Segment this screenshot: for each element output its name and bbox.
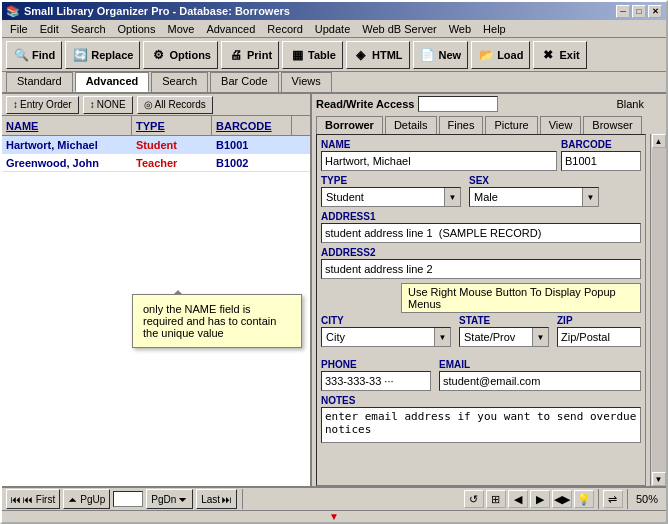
menu-record[interactable]: Record: [261, 22, 308, 36]
scroll-up-arrow[interactable]: ▲: [652, 134, 666, 148]
phone-input[interactable]: [321, 371, 431, 391]
menu-file[interactable]: File: [4, 22, 34, 36]
city-select[interactable]: City ▼: [321, 327, 451, 347]
address2-label: ADDRESS2: [321, 247, 641, 258]
pgdn-button[interactable]: PgDn ⏷: [146, 489, 193, 509]
find-button[interactable]: 🔍 Find: [6, 41, 62, 69]
table-button[interactable]: ▦ Table: [282, 41, 343, 69]
menu-edit[interactable]: Edit: [34, 22, 65, 36]
filter-button[interactable]: ↕ NONE: [83, 96, 133, 114]
maximize-btn[interactable]: □: [632, 5, 646, 18]
exit-button[interactable]: ✖ Exit: [533, 41, 586, 69]
callout-box: only the NAME field is required and has …: [132, 294, 302, 348]
replace-button[interactable]: 🔄 Replace: [65, 41, 140, 69]
tab-standard[interactable]: Standard: [6, 72, 73, 92]
records-button[interactable]: ◎ All Records: [137, 96, 213, 114]
type-label: TYPE: [321, 175, 461, 186]
menu-options[interactable]: Options: [112, 22, 162, 36]
scroll-down-arrow[interactable]: ▼: [652, 472, 666, 486]
load-button[interactable]: 📂 Load: [471, 41, 530, 69]
tab-fines[interactable]: Fines: [439, 116, 484, 134]
toolbar: 🔍 Find 🔄 Replace ⚙ Options 🖨 Print ▦ Tab…: [2, 38, 666, 72]
sex-select[interactable]: Male ▼: [469, 187, 599, 207]
row-barcode: B1002: [212, 157, 292, 169]
tab-details[interactable]: Details: [385, 116, 437, 134]
notes-label: NOTES: [321, 395, 641, 406]
new-button[interactable]: 📄 New: [413, 41, 469, 69]
list-item[interactable]: Greenwood, John Teacher B1002: [2, 154, 310, 172]
row-barcode: B1001: [212, 139, 292, 151]
html-icon: ◈: [353, 47, 369, 63]
menu-search[interactable]: Search: [65, 22, 112, 36]
tab-picture[interactable]: Picture: [485, 116, 537, 134]
menu-help[interactable]: Help: [477, 22, 512, 36]
tab-barcode[interactable]: Bar Code: [210, 72, 278, 92]
rw-access-input[interactable]: [418, 96, 498, 112]
notes-input[interactable]: enter email address if you want to send …: [321, 407, 641, 443]
html-button[interactable]: ◈ HTML: [346, 41, 410, 69]
status-icon-6[interactable]: 💡: [574, 490, 594, 508]
tab-search[interactable]: Search: [151, 72, 208, 92]
type-dropdown-arrow[interactable]: ▼: [444, 188, 460, 206]
tab-views[interactable]: Views: [281, 72, 332, 92]
options-button[interactable]: ⚙ Options: [143, 41, 218, 69]
col-header-barcode[interactable]: BARCODE: [212, 116, 292, 135]
first-button[interactable]: ⏮ ⏮ First: [6, 489, 60, 509]
address1-input[interactable]: [321, 223, 641, 243]
status-icon-5[interactable]: ◀▶: [552, 490, 572, 508]
sort-button[interactable]: ↕ Entry Order: [6, 96, 79, 114]
address2-input[interactable]: [321, 259, 641, 279]
city-label: CITY: [321, 315, 451, 326]
city-dropdown-arrow[interactable]: ▼: [434, 328, 450, 346]
minimize-btn[interactable]: ─: [616, 5, 630, 18]
menu-advanced[interactable]: Advanced: [200, 22, 261, 36]
load-icon: 📂: [478, 47, 494, 63]
type-select[interactable]: Student ▼: [321, 187, 461, 207]
pgup-icon: ⏶: [68, 494, 78, 505]
status-icon-2[interactable]: ⊞: [486, 490, 506, 508]
status-icon-7[interactable]: ⇌: [603, 490, 623, 508]
state-select[interactable]: State/Prov ▼: [459, 327, 549, 347]
new-icon: 📄: [420, 47, 436, 63]
pgup-button[interactable]: ⏶ PgUp: [63, 489, 110, 509]
zip-input[interactable]: [557, 327, 641, 347]
right-scrollbar: ▲ ▼: [650, 134, 666, 486]
menu-web[interactable]: Web: [443, 22, 477, 36]
menu-webdb[interactable]: Web dB Server: [356, 22, 442, 36]
status-icon-1[interactable]: ↺: [464, 490, 484, 508]
page-input[interactable]: [113, 491, 143, 507]
tab-advanced[interactable]: Advanced: [75, 72, 150, 92]
col-header-name[interactable]: NAME: [2, 116, 132, 135]
col-header-type[interactable]: TYPE: [132, 116, 212, 135]
title-bar: 📚 Small Library Organizer Pro - Database…: [2, 2, 666, 20]
app-window: 📚 Small Library Organizer Pro - Database…: [0, 0, 668, 524]
tab-borrower[interactable]: Borrower: [316, 116, 383, 134]
menu-update[interactable]: Update: [309, 22, 356, 36]
list-item[interactable]: Hartwort, Michael Student B1001: [2, 136, 310, 154]
status-icon-4[interactable]: ▶: [530, 490, 550, 508]
barcode-input[interactable]: [561, 151, 641, 171]
exit-icon: ✖: [540, 47, 556, 63]
zip-label: ZIP: [557, 315, 641, 326]
print-button[interactable]: 🖨 Print: [221, 41, 279, 69]
row-name: Greenwood, John: [2, 157, 132, 169]
state-dropdown-arrow[interactable]: ▼: [532, 328, 548, 346]
status-icon-3[interactable]: ◀: [508, 490, 528, 508]
state-label: STATE: [459, 315, 549, 326]
scroll-track[interactable]: [652, 148, 666, 472]
rw-access-label: Read/Write Access: [316, 98, 414, 110]
email-input[interactable]: [439, 371, 641, 391]
last-icon: ⏭: [222, 494, 232, 505]
name-input[interactable]: [321, 151, 557, 171]
tab-view[interactable]: View: [540, 116, 582, 134]
menu-move[interactable]: Move: [161, 22, 200, 36]
filter-icon: ↕: [90, 99, 95, 110]
records-icon: ◎: [144, 99, 153, 110]
last-button[interactable]: Last ⏭: [196, 489, 237, 509]
title-bar-buttons: ─ □ ✕: [616, 5, 662, 18]
row-name: Hartwort, Michael: [2, 139, 132, 151]
tab-browser[interactable]: Browser: [583, 116, 641, 134]
first-icon: ⏮: [11, 494, 21, 505]
close-btn[interactable]: ✕: [648, 5, 662, 18]
sex-dropdown-arrow[interactable]: ▼: [582, 188, 598, 206]
